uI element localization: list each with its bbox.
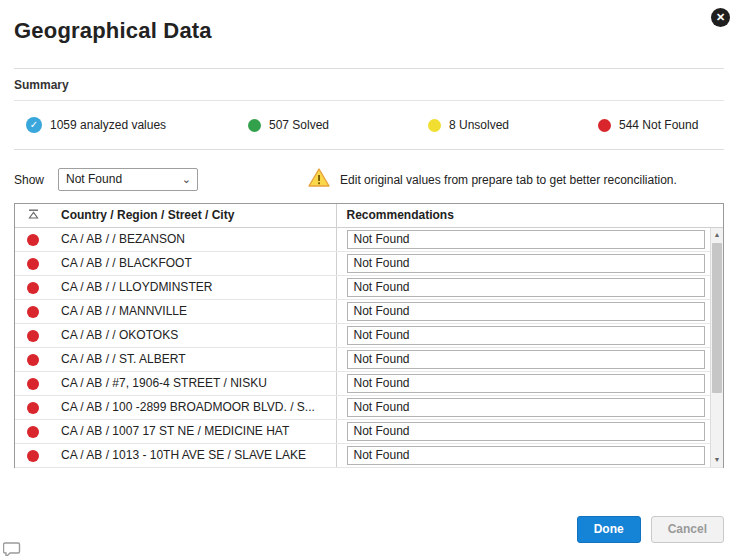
show-filter-dropdown[interactable]: Not Found ⌄ bbox=[58, 168, 198, 191]
row-value: CA / AB / / BEZANSON bbox=[51, 227, 336, 251]
table-scrollbar[interactable]: ▲ ▼ bbox=[710, 228, 723, 467]
sort-icon bbox=[28, 209, 39, 219]
feedback-bubble-icon[interactable] bbox=[3, 542, 21, 556]
row-value: CA / AB / / MANNVILLE bbox=[51, 299, 336, 323]
status-not-found-icon bbox=[27, 306, 39, 318]
table-row: CA / AB / / MANNVILLE Not Found bbox=[15, 299, 723, 323]
status-not-found-icon bbox=[27, 354, 39, 366]
unsolved-label: 8 Unsolved bbox=[449, 118, 509, 132]
table-row: CA / AB / 1013 - 10TH AVE SE / SLAVE LAK… bbox=[15, 443, 723, 467]
recommendation-dropdown[interactable]: Not Found bbox=[347, 302, 706, 321]
table-row: CA / AB / / OKOTOKS Not Found bbox=[15, 323, 723, 347]
recommendation-dropdown[interactable]: Not Found bbox=[347, 254, 706, 273]
row-value: CA / AB / / LLOYDMINSTER bbox=[51, 275, 336, 299]
geographical-data-dialog: ✕ Geographical Data Summary ✓ 1059 analy… bbox=[0, 0, 738, 556]
status-not-found-icon bbox=[27, 330, 39, 342]
status-not-found-icon bbox=[27, 426, 39, 438]
table-row: CA / AB / / ST. ALBERT Not Found bbox=[15, 347, 723, 371]
status-not-found-icon bbox=[27, 378, 39, 390]
row-value: CA / AB / 1013 - 10TH AVE SE / SLAVE LAK… bbox=[51, 443, 336, 467]
status-not-found-icon bbox=[27, 282, 39, 294]
filter-row: Show Not Found ⌄ Edit original values fr… bbox=[14, 168, 724, 191]
column-header-recommendations[interactable]: Recommendations bbox=[336, 204, 723, 227]
summary-section: Summary ✓ 1059 analyzed values 507 Solve… bbox=[14, 68, 724, 150]
not-found-stat: 544 Not Found bbox=[598, 118, 698, 132]
analyzed-values-stat: ✓ 1059 analyzed values bbox=[26, 117, 248, 133]
summary-label: Summary bbox=[14, 69, 724, 101]
warning-triangle-icon bbox=[308, 168, 330, 191]
row-value: CA / AB / / OKOTOKS bbox=[51, 323, 336, 347]
cancel-button[interactable]: Cancel bbox=[651, 516, 724, 543]
unsolved-dot-icon bbox=[428, 119, 441, 132]
show-label: Show bbox=[14, 173, 44, 187]
done-button[interactable]: Done bbox=[577, 516, 641, 543]
unsolved-stat: 8 Unsolved bbox=[428, 118, 598, 132]
summary-items: ✓ 1059 analyzed values 507 Solved 8 Unso… bbox=[14, 101, 724, 150]
recommendation-dropdown[interactable]: Not Found bbox=[347, 398, 706, 417]
dialog-footer: Done Cancel bbox=[577, 516, 724, 543]
row-value: CA / AB / / ST. ALBERT bbox=[51, 347, 336, 371]
scroll-down-icon[interactable]: ▼ bbox=[711, 453, 723, 467]
table-row: CA / AB / / LLOYDMINSTER Not Found bbox=[15, 275, 723, 299]
table-header-row: Country / Region / Street / City Recomme… bbox=[15, 204, 723, 227]
results-table: Country / Region / Street / City Recomme… bbox=[14, 203, 724, 468]
recommendation-dropdown[interactable]: Not Found bbox=[347, 278, 706, 297]
status-not-found-icon bbox=[27, 234, 39, 246]
show-filter-selected-value: Not Found bbox=[66, 172, 122, 186]
column-header-values[interactable]: Country / Region / Street / City bbox=[51, 204, 336, 227]
row-value: CA / AB / / BLACKFOOT bbox=[51, 251, 336, 275]
table-row: CA / AB / #7, 1906-4 STREET / NISKU Not … bbox=[15, 371, 723, 395]
solved-label: 507 Solved bbox=[269, 118, 329, 132]
row-value: CA / AB / 100 -2899 BROADMOOR BLVD. / S.… bbox=[51, 395, 336, 419]
status-not-found-icon bbox=[27, 450, 39, 462]
row-value: CA / AB / 1007 17 ST NE / MEDICINE HAT bbox=[51, 419, 336, 443]
warning-text: Edit original values from prepare tab to… bbox=[340, 173, 677, 187]
warning-message: Edit original values from prepare tab to… bbox=[308, 168, 677, 191]
not-found-dot-icon bbox=[598, 119, 611, 132]
close-icon[interactable]: ✕ bbox=[711, 8, 730, 27]
recommendation-dropdown[interactable]: Not Found bbox=[347, 446, 706, 465]
recommendation-dropdown[interactable]: Not Found bbox=[347, 422, 706, 441]
not-found-label: 544 Not Found bbox=[619, 118, 698, 132]
row-value: CA / AB / #7, 1906-4 STREET / NISKU bbox=[51, 371, 336, 395]
scrollbar-thumb[interactable] bbox=[712, 243, 722, 393]
table-row: CA / AB / 100 -2899 BROADMOOR BLVD. / S.… bbox=[15, 395, 723, 419]
analyzed-check-icon: ✓ bbox=[26, 117, 42, 133]
scroll-up-icon[interactable]: ▲ bbox=[711, 228, 723, 242]
table-row: CA / AB / / BLACKFOOT Not Found bbox=[15, 251, 723, 275]
table-row: CA / AB / / BEZANSON Not Found bbox=[15, 227, 723, 251]
chevron-down-icon: ⌄ bbox=[182, 169, 191, 189]
solved-dot-icon bbox=[248, 119, 261, 132]
solved-stat: 507 Solved bbox=[248, 118, 428, 132]
recommendation-dropdown[interactable]: Not Found bbox=[347, 230, 706, 249]
analyzed-values-label: 1059 analyzed values bbox=[50, 118, 166, 132]
sort-status-column-header[interactable] bbox=[15, 204, 51, 227]
recommendation-dropdown[interactable]: Not Found bbox=[347, 350, 706, 369]
page-title: Geographical Data bbox=[14, 18, 724, 44]
status-not-found-icon bbox=[27, 258, 39, 270]
table-row: CA / AB / 1007 17 ST NE / MEDICINE HAT N… bbox=[15, 419, 723, 443]
recommendation-dropdown[interactable]: Not Found bbox=[347, 374, 706, 393]
recommendation-dropdown[interactable]: Not Found bbox=[347, 326, 706, 345]
status-not-found-icon bbox=[27, 402, 39, 414]
